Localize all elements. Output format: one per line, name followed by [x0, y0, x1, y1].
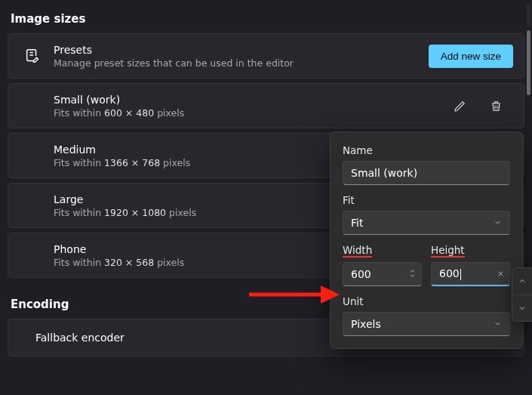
name-input[interactable]: Small (work) [343, 161, 510, 185]
height-label: Height [431, 244, 510, 258]
presets-icon [19, 48, 46, 64]
height-input[interactable]: 600 [431, 262, 510, 286]
size-row-small[interactable]: Small (work) Fits within 600 × 480 pixel… [8, 83, 524, 128]
presets-header-card: Presets Manage preset sizes that can be … [8, 33, 524, 79]
size-desc: Fits within 600 × 480 pixels [54, 107, 448, 119]
width-input[interactable]: 600 [343, 262, 422, 286]
edit-size-popup: Name Small (work) Fit Fit Width 600 [330, 131, 523, 349]
section-heading-image-sizes: Image sizes [11, 12, 524, 26]
fit-label: Fit [343, 194, 510, 206]
chevron-down-icon [494, 217, 502, 229]
nav-up-button[interactable] [512, 268, 532, 295]
name-label: Name [343, 144, 510, 156]
nav-down-button[interactable] [512, 295, 532, 322]
size-name: Small (work) [54, 94, 448, 106]
stepper-icon[interactable] [408, 268, 417, 281]
edit-icon[interactable] [448, 94, 471, 117]
delete-icon[interactable] [484, 94, 507, 117]
unit-select[interactable]: Pixels [343, 312, 510, 336]
add-new-size-button[interactable]: Add new size [429, 45, 513, 68]
presets-subtitle: Manage preset sizes that can be used in … [54, 57, 429, 69]
side-nav [512, 267, 532, 322]
chevron-down-icon [494, 318, 502, 330]
fit-select[interactable]: Fit [343, 211, 510, 235]
unit-label: Unit [343, 295, 510, 307]
presets-title: Presets [54, 44, 429, 56]
width-label: Width [343, 244, 422, 258]
clear-icon[interactable] [497, 268, 505, 280]
